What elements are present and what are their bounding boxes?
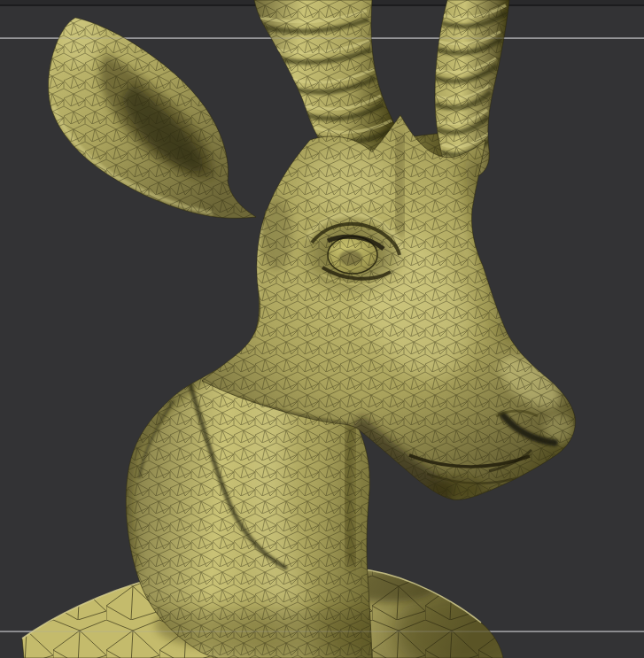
left-ear xyxy=(49,13,256,218)
ear-wireframe-overlay xyxy=(49,18,256,218)
gazelle-bust-mesh[interactable] xyxy=(22,0,575,658)
guide-line-top-overlay xyxy=(0,37,644,38)
viewport-canvas[interactable] xyxy=(0,0,644,658)
scene-svg xyxy=(0,0,644,658)
guide-line-bottom-overlay xyxy=(0,631,644,631)
